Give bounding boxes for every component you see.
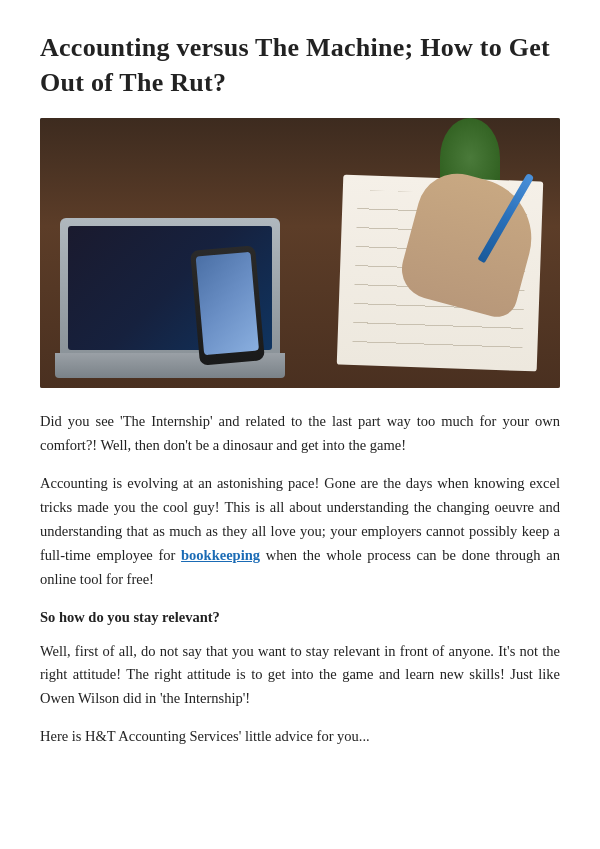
bookkeeping-link[interactable]: bookkeeping — [181, 547, 260, 563]
paragraph-1: Did you see 'The Internship' and related… — [40, 410, 560, 458]
paragraph-2: Accounting is evolving at an astonishing… — [40, 472, 560, 592]
phone-screen — [196, 252, 259, 355]
phone-image — [190, 246, 265, 366]
paragraph-4: Here is H&T Accounting Services' little … — [40, 725, 560, 749]
paragraph-3: Well, first of all, do not say that you … — [40, 640, 560, 712]
hero-image — [40, 118, 560, 388]
article-title: Accounting versus The Machine; How to Ge… — [40, 30, 560, 100]
subheading-relevance: So how do you stay relevant? — [40, 606, 560, 630]
